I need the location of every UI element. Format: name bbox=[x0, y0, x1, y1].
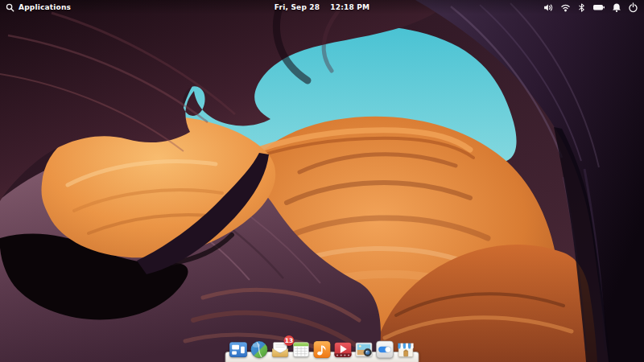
applications-label: Applications bbox=[19, 3, 71, 11]
notifications-icon[interactable] bbox=[612, 2, 621, 13]
top-panel: Applications Fri, Sep 28 12:18 PM bbox=[0, 0, 644, 14]
panel-date: Fri, Sep 28 bbox=[275, 3, 320, 11]
dock: 13 bbox=[225, 339, 419, 362]
dock-item-mail[interactable]: 13 bbox=[270, 339, 291, 360]
calendar-icon bbox=[291, 339, 312, 360]
wifi-icon[interactable] bbox=[560, 2, 571, 13]
dock-item-web-browser[interactable] bbox=[250, 339, 270, 360]
battery-icon[interactable] bbox=[592, 2, 605, 12]
system-indicators bbox=[543, 2, 638, 13]
desktop-wallpaper bbox=[0, 0, 644, 362]
dock-item-music[interactable] bbox=[312, 339, 332, 360]
system-settings-icon bbox=[375, 339, 395, 360]
dock-item-multitasking-view[interactable] bbox=[229, 339, 249, 360]
multitasking-view-icon bbox=[229, 339, 249, 360]
panel-time: 12:18 PM bbox=[330, 3, 369, 11]
dock-item-videos[interactable] bbox=[333, 339, 353, 360]
dock-item-system-settings[interactable] bbox=[375, 339, 395, 360]
datetime-indicator[interactable]: Fri, Sep 28 12:18 PM bbox=[275, 0, 369, 14]
videos-icon bbox=[333, 339, 353, 360]
web-browser-icon bbox=[250, 339, 270, 360]
appcenter-icon bbox=[396, 339, 416, 360]
dock-item-calendar[interactable] bbox=[291, 339, 312, 360]
applications-menu[interactable]: Applications bbox=[6, 3, 71, 12]
sound-icon[interactable] bbox=[543, 2, 554, 13]
music-icon bbox=[312, 339, 332, 360]
photos-icon bbox=[354, 339, 374, 360]
dock-item-photos[interactable] bbox=[354, 339, 374, 360]
search-icon bbox=[6, 3, 14, 12]
power-icon[interactable] bbox=[628, 2, 638, 13]
bluetooth-icon[interactable] bbox=[577, 2, 586, 13]
dock-item-appcenter[interactable] bbox=[396, 339, 416, 360]
